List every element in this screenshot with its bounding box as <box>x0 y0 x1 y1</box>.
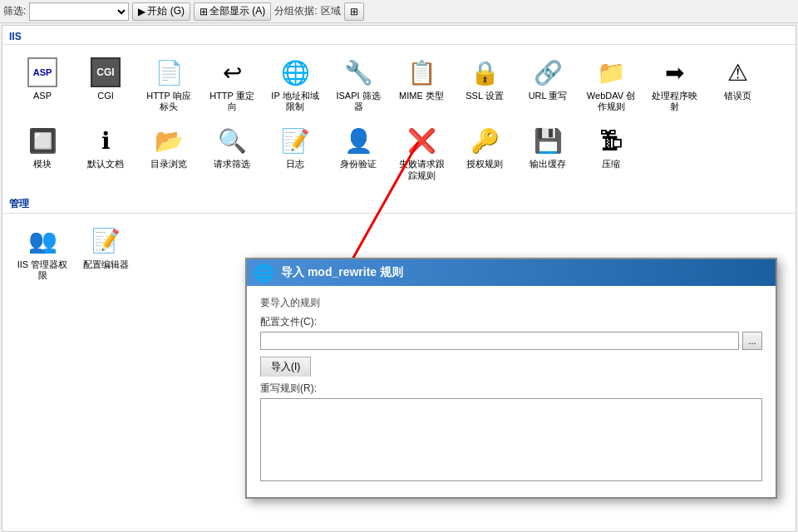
icon-img-modules: 🔲 <box>26 124 59 157</box>
icon-http-response[interactable]: 📄HTTP 响应标头 <box>139 52 199 116</box>
icon-asp[interactable]: ASPASP <box>12 52 72 116</box>
icon-img-auth-rules: 🔑 <box>468 124 501 157</box>
import-dialog: 🌐 导入 mod_rewrite 规则 要导入的规则 配置文件(C): ... … <box>245 258 777 499</box>
icon-config-editor[interactable]: 📝配置编辑器 <box>76 220 135 285</box>
dialog-title-bar: 🌐 导入 mod_rewrite 规则 <box>247 259 776 286</box>
icon-img-iis-mgr: 👥 <box>26 224 59 258</box>
config-file-row: ... <box>260 332 762 350</box>
icon-request-filter[interactable]: 🔍请求筛选 <box>202 120 262 185</box>
icon-img-cgi: CGI <box>89 56 122 89</box>
rules-section-label: 要导入的规则 <box>260 296 762 310</box>
icon-auth[interactable]: 👤身份验证 <box>328 120 388 185</box>
filter-select[interactable] <box>29 2 129 21</box>
icon-ip-domain[interactable]: 🌐IP 地址和域限制 <box>265 52 325 116</box>
show-all-icon: ⊞ <box>200 6 208 17</box>
icon-handler[interactable]: ➡处理程序映射 <box>644 52 704 116</box>
icon-label-error: 错误页 <box>724 91 751 101</box>
icon-output-cache[interactable]: 💾输出缓存 <box>518 120 578 185</box>
icon-img-config-editor: 📝 <box>89 224 122 258</box>
icon-label-auth: 身份验证 <box>340 159 377 170</box>
icon-fail-rules[interactable]: ❌失败请求跟踪规则 <box>392 120 451 185</box>
icon-error[interactable]: ⚠错误页 <box>707 52 767 116</box>
layout-icon: ⊞ <box>350 6 358 17</box>
icon-label-ip-domain: IP 地址和域限制 <box>269 91 321 112</box>
icon-label-iis-mgr: IIS 管理器权限 <box>17 259 68 281</box>
icon-img-default-doc: ℹ <box>89 124 122 157</box>
icon-label-http-redirect: HTTP 重定向 <box>206 91 258 112</box>
iis-icons-grid: ASPASPCGICGI📄HTTP 响应标头↩HTTP 重定向🌐IP 地址和域限… <box>2 45 796 192</box>
rewrite-rules-textarea[interactable] <box>260 398 762 481</box>
icon-label-auth-rules: 授权规则 <box>466 159 503 170</box>
toolbar: 筛选: ▶ 开始 (G) ⊞ 全部显示 (A) 分组依据: 区域 ⊞ <box>0 0 798 23</box>
icon-label-output-cache: 输出缓存 <box>530 159 566 170</box>
icon-label-fail-rules: 失败请求跟踪规则 <box>396 159 447 180</box>
rewrite-rules-label: 重写规则(R): <box>260 382 762 396</box>
icon-iis-mgr[interactable]: 👥IIS 管理器权限 <box>12 220 72 285</box>
icon-auth-rules[interactable]: 🔑授权规则 <box>455 120 515 185</box>
dialog-globe-icon: 🌐 <box>254 263 274 283</box>
icon-img-output-cache: 💾 <box>531 124 564 157</box>
icon-default-doc[interactable]: ℹ默认文档 <box>76 120 135 185</box>
icon-label-request-filter: 请求筛选 <box>214 159 250 170</box>
dialog-body: 要导入的规则 配置文件(C): ... 导入(I) 重写规则(R): <box>247 286 776 497</box>
icon-img-auth: 👤 <box>342 124 375 157</box>
layout-button[interactable]: ⊞ <box>344 2 364 21</box>
icon-dir-browse[interactable]: 📂目录浏览 <box>139 120 199 185</box>
group-by-label: 分组依据: <box>274 4 317 18</box>
filter-label: 筛选: <box>3 4 26 18</box>
icon-http-redirect[interactable]: ↩HTTP 重定向 <box>202 52 262 116</box>
icon-img-http-redirect: ↩ <box>215 56 249 89</box>
import-btn-container: 导入(I) <box>260 357 762 377</box>
icon-label-http-response: HTTP 响应标头 <box>143 91 195 112</box>
config-file-input[interactable] <box>260 332 739 350</box>
show-all-button[interactable]: ⊞ 全部显示 (A) <box>194 2 271 21</box>
icon-img-webdav: 📁 <box>594 56 628 89</box>
icon-webdav[interactable]: 📁WebDAV 创作规则 <box>581 52 641 116</box>
icon-label-ssl: SSL 设置 <box>466 91 503 101</box>
icon-label-webdav: WebDAV 创作规则 <box>585 91 637 112</box>
icon-modules[interactable]: 🔲模块 <box>12 120 72 185</box>
icon-label-isapi-filter: ISAPI 筛选器 <box>332 91 384 112</box>
icon-label-url-rewrite: URL 重写 <box>529 91 568 101</box>
icon-img-fail-rules: ❌ <box>405 124 438 157</box>
icon-img-isapi-filter: 🔧 <box>342 56 375 89</box>
show-all-label: 全部显示 (A) <box>209 4 265 18</box>
icon-img-logging: 📝 <box>278 124 312 157</box>
icon-label-cgi: CGI <box>97 91 114 101</box>
icon-url-rewrite[interactable]: 🔗URL 重写 <box>518 52 578 116</box>
icon-img-url-rewrite: 🔗 <box>531 56 564 89</box>
icon-logging[interactable]: 📝日志 <box>265 120 325 185</box>
icon-label-logging: 日志 <box>286 159 304 170</box>
icon-img-ssl: 🔒 <box>468 56 501 89</box>
group-by-value: 区域 <box>321 4 341 18</box>
icon-cgi[interactable]: CGICGI <box>76 52 135 116</box>
browse-button[interactable]: ... <box>742 332 762 350</box>
icon-img-handler: ➡ <box>658 56 691 89</box>
icon-img-error: ⚠ <box>721 56 754 89</box>
icon-img-ip-domain: 🌐 <box>278 56 312 89</box>
icon-label-default-doc: 默认文档 <box>87 159 124 170</box>
icon-compress[interactable]: 🗜压缩 <box>581 120 641 185</box>
start-button[interactable]: ▶ 开始 (G) <box>132 2 190 21</box>
icon-label-dir-browse: 目录浏览 <box>150 159 187 170</box>
icon-label-modules: 模块 <box>33 159 52 170</box>
manage-section-header: 管理 <box>2 192 796 214</box>
icon-label-asp: ASP <box>33 91 52 101</box>
icon-ssl[interactable]: 🔒SSL 设置 <box>455 52 515 116</box>
icon-label-handler: 处理程序映射 <box>648 91 700 112</box>
dialog-title-text: 导入 mod_rewrite 规则 <box>281 265 769 280</box>
icon-isapi-filter[interactable]: 🔧ISAPI 筛选器 <box>328 52 388 116</box>
icon-mime[interactable]: 📋MIME 类型 <box>392 52 451 116</box>
icon-img-http-response: 📄 <box>152 56 185 89</box>
iis-section-header: IIS <box>2 26 796 45</box>
start-btn-label: 开始 (G) <box>147 4 185 18</box>
config-file-label: 配置文件(C): <box>260 315 762 329</box>
start-icon: ▶ <box>138 6 145 17</box>
icon-img-mime: 📋 <box>405 56 438 89</box>
icon-label-mime: MIME 类型 <box>399 91 444 101</box>
icon-img-asp: ASP <box>26 56 59 89</box>
icon-img-request-filter: 🔍 <box>215 124 249 157</box>
icon-img-dir-browse: 📂 <box>152 124 185 157</box>
import-button[interactable]: 导入(I) <box>260 357 311 377</box>
icon-label-config-editor: 配置编辑器 <box>83 259 129 270</box>
